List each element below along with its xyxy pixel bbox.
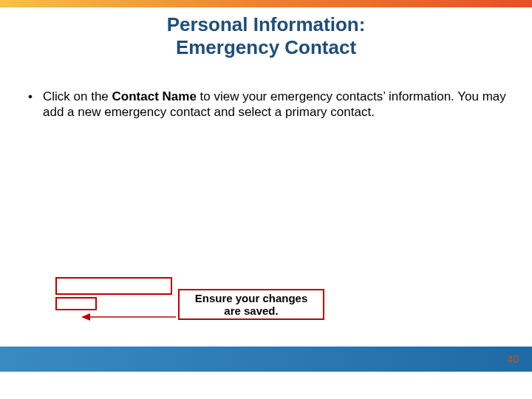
bullet-text-prefix: Click on the [43, 89, 112, 103]
arrow-icon [81, 312, 177, 322]
callout-line-1: Ensure your changes [195, 292, 308, 304]
highlight-box-2 [55, 297, 97, 310]
bullet-item: Click on the Contact Name to view your e… [22, 89, 510, 120]
slide-title: Personal Information: Emergency Contact [0, 13, 532, 59]
bullet-text-bold: Contact Name [112, 89, 197, 103]
slide: Personal Information: Emergency Contact … [0, 0, 532, 399]
highlight-box-1 [55, 277, 172, 295]
bottom-gradient-bar [0, 347, 532, 372]
callout-line-2: are saved. [224, 304, 278, 317]
bullet-list: Click on the Contact Name to view your e… [22, 89, 510, 120]
svg-marker-1 [81, 313, 90, 321]
page-number: 40 [507, 353, 519, 365]
callout-box: Ensure your changes are saved. [178, 289, 324, 320]
title-line-2: Emergency Contact [176, 36, 356, 58]
title-line-1: Personal Information: [167, 13, 366, 35]
top-gradient-bar [0, 0, 532, 7]
